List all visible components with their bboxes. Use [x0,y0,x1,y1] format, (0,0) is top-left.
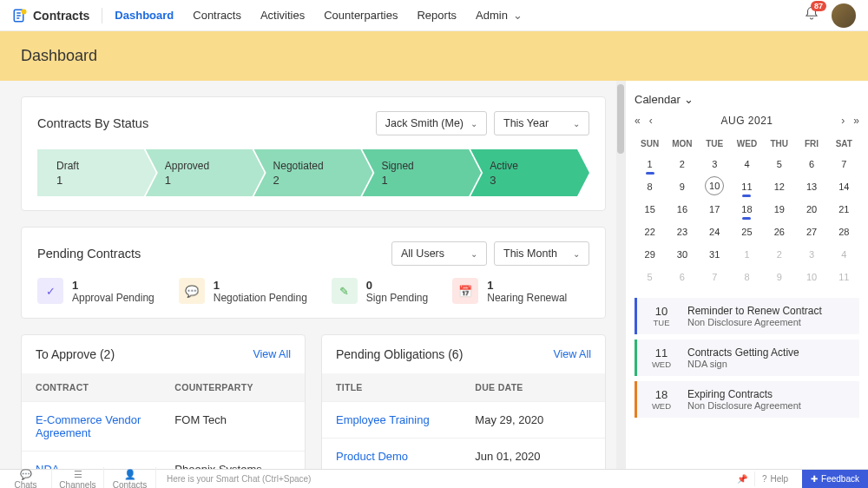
cal-day[interactable]: 2 [667,154,697,175]
cal-day[interactable]: 10 [705,176,724,195]
cal-day[interactable]: 14 [829,176,859,197]
cal-next-fast[interactable]: » [853,115,859,127]
cal-day[interactable]: 15 [635,199,665,220]
pipeline-stage-draft[interactable]: Draft1 [37,149,156,196]
card-title: Contracts By Status [37,116,148,130]
nav-item-activities[interactable]: Activities [260,9,305,22]
nav-item-admin[interactable]: Admin [476,9,508,22]
cal-day[interactable]: 30 [667,244,697,265]
pipeline-stage-negotiated[interactable]: Negotiated2 [254,149,373,196]
user-avatar[interactable] [832,3,856,28]
cal-day[interactable]: 8 [635,176,665,197]
smart-chat-hint: Here is your Smart Chat (Ctrl+Space) [167,474,311,484]
cal-day[interactable]: 24 [700,221,730,242]
calendar-events: 10TUEReminder to Renew ContractNon Discl… [635,298,859,418]
cal-day[interactable]: 1 [635,154,665,175]
nav-item-contracts[interactable]: Contracts [193,9,241,22]
stat-negotiation-pending[interactable]: 💬1Negotiation Pending [179,278,307,304]
cal-day[interactable]: 31 [700,244,730,265]
nav-item-reports[interactable]: Reports [417,9,457,22]
pending-contracts-card: Pending Contracts All Users⌄ This Month⌄… [21,227,606,319]
view-all-link[interactable]: View All [253,348,291,360]
cal-day[interactable]: 3 [700,154,730,175]
cal-day[interactable]: 13 [796,176,826,197]
pipeline-stage-active[interactable]: Active3 [470,149,589,196]
brand[interactable]: Contracts [12,8,89,23]
chevron-down-icon: ⌄ [573,249,580,259]
row-link[interactable]: E-Commerce Vendor Agreement [36,413,174,439]
nav-more-button[interactable]: ⌄ [513,9,523,22]
cal-day[interactable]: 6 [667,267,697,287]
feedback-button[interactable]: ✚Feedback [802,470,868,489]
pending-time-filter[interactable]: This Month⌄ [494,241,589,266]
chevron-down-icon: ⌄ [470,119,477,129]
cal-day[interactable]: 21 [829,199,859,220]
cal-day[interactable]: 11 [829,267,859,287]
cal-day[interactable]: 10 [796,267,826,287]
cal-day[interactable]: 4 [829,244,859,265]
row-link[interactable]: Product Demo [336,450,475,463]
table-row[interactable]: E-Commerce Vendor AgreementFOM Tech [22,401,305,451]
stat-nearing-renewal[interactable]: 📅1Nearing Renewal [452,278,567,304]
pending-user-filter[interactable]: All Users⌄ [391,241,487,266]
svg-point-1 [22,9,27,14]
cal-day[interactable]: 2 [764,244,794,265]
cal-day[interactable]: 26 [764,221,794,242]
chevron-down-icon: ⌄ [573,119,580,129]
pin-icon[interactable]: 📌 [737,474,747,484]
table-row[interactable]: Employee TrainingMay 29, 2020 [322,401,605,438]
cal-day[interactable]: 18 [732,199,762,220]
cal-day[interactable]: 25 [732,221,762,242]
notifications-button[interactable]: 87 [804,6,819,24]
status-user-filter[interactable]: Jack Smith (Me)⌄ [376,111,487,135]
cal-day[interactable]: 4 [732,154,762,175]
table-row[interactable]: Product DemoJun 01, 2020 [322,438,605,470]
nav-item-dashboard[interactable]: Dashboard [115,9,174,22]
footer-tab-channels[interactable]: ☰Channels [52,467,104,489]
cal-day[interactable]: 7 [829,154,859,175]
status-pipeline: Draft1Approved1Negotiated2Signed1Active3 [37,149,589,196]
cal-day[interactable]: 19 [764,199,794,220]
status-time-filter[interactable]: This Year⌄ [494,111,589,135]
cal-day[interactable]: 22 [635,221,665,242]
cal-day[interactable]: 6 [796,154,826,175]
cal-day[interactable]: 9 [764,267,794,287]
row-link[interactable]: Employee Training [336,413,475,426]
cal-day[interactable]: 17 [700,199,730,220]
stat-sign-pending[interactable]: ✎0Sign Pending [332,278,428,304]
view-all-link[interactable]: View All [553,348,591,360]
scrollbar[interactable] [616,81,625,470]
scrollbar-thumb[interactable] [617,84,624,154]
cal-day[interactable]: 20 [796,199,826,220]
cal-day[interactable]: 28 [829,221,859,242]
pipeline-stage-approved[interactable]: Approved1 [146,149,265,196]
cal-day[interactable]: 29 [635,244,665,265]
cal-day[interactable]: 5 [635,267,665,287]
cal-next[interactable]: › [841,115,845,127]
cal-day[interactable]: 27 [796,221,826,242]
cal-day[interactable]: 12 [764,176,794,197]
cal-day[interactable]: 3 [796,244,826,265]
cal-day[interactable]: 9 [667,176,697,197]
cal-day[interactable]: 16 [667,199,697,220]
cal-prev-fast[interactable]: « [635,115,641,127]
cal-dow: TUE [700,135,730,152]
nav-item-counterparties[interactable]: Counterparties [324,9,398,22]
cal-day[interactable]: 7 [700,267,730,287]
cal-day[interactable]: 11 [732,176,762,197]
cal-prev[interactable]: ‹ [649,115,653,127]
cal-day[interactable]: 23 [667,221,697,242]
calendar-event[interactable]: 11WEDContracts Getting ActiveNDA sign [635,340,859,376]
stat-approval-pending[interactable]: ✓1Approval Pending [37,278,155,304]
calendar-event[interactable]: 18WEDExpiring ContractsNon Disclosure Ag… [635,381,859,418]
footer-tab-chats[interactable]: 💬Chats [0,467,52,489]
cal-day[interactable]: 5 [764,154,794,175]
calendar-toggle[interactable]: Calendar ⌄ [635,93,859,106]
pipeline-stage-signed[interactable]: Signed1 [362,149,481,196]
cal-day[interactable]: 8 [732,267,762,287]
help-button[interactable]: ?Help [754,472,795,486]
cal-day[interactable]: 1 [732,244,762,265]
col-header: COUNTERPARTY [174,382,291,392]
calendar-event[interactable]: 10TUEReminder to Renew ContractNon Discl… [635,298,859,334]
footer-tab-contacts[interactable]: 👤Contacts [104,467,156,489]
